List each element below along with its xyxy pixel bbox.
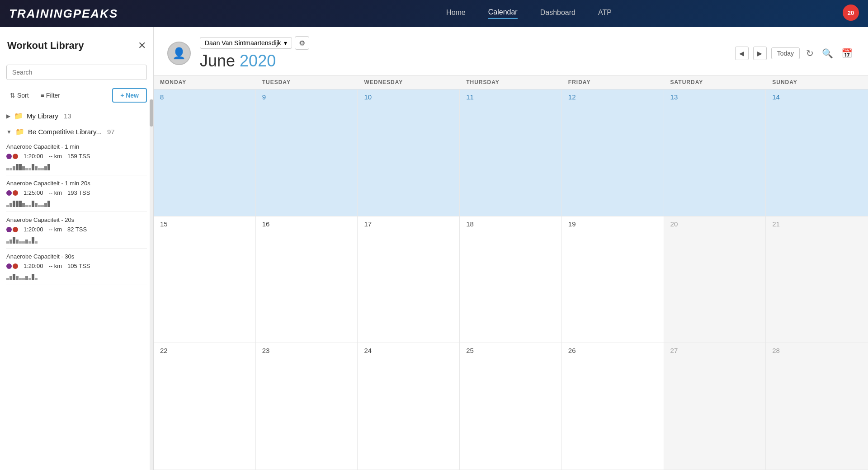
date-number: 11 (466, 93, 555, 101)
calendar-cell[interactable]: 18 (460, 216, 562, 343)
chevron-down-icon: ▾ (284, 39, 287, 47)
calendar-cell[interactable]: 13 (664, 89, 766, 216)
calendar-cell[interactable]: 8 (154, 89, 256, 216)
sidebar-scrollbar-thumb[interactable] (150, 99, 153, 127)
sidebar-scrollbar[interactable] (150, 99, 153, 470)
calendar-cell[interactable]: 19 (562, 216, 664, 343)
my-library-name: My Library (27, 112, 58, 120)
my-library-folder-icon: 📁 (14, 112, 23, 120)
date-number: 23 (262, 347, 351, 354)
logo-area: TRAININGPEAKS (9, 7, 199, 21)
dot-purple-icon (6, 190, 12, 196)
date-number: 22 (160, 347, 249, 354)
calendar-cell[interactable]: 11 (460, 89, 562, 216)
calendar-cell[interactable]: 16 (256, 216, 358, 343)
my-library-count: 13 (64, 112, 71, 120)
date-number: 19 (568, 220, 657, 228)
date-number: 17 (364, 220, 453, 228)
calendar-days-header: MONDAY TUESDAY WEDNESDAY THURSDAY FRIDAY… (154, 75, 868, 89)
filter-icon: ≡ (41, 92, 44, 99)
dot-purple-icon (6, 154, 12, 159)
sidebar-header: Workout Library ✕ (0, 27, 153, 59)
workout-item[interactable]: Anaerobe Capaciteit - 20s 1:20:00 -- km … (6, 212, 147, 249)
date-number: 14 (772, 93, 862, 101)
calendar-week-1: 8 9 10 11 12 13 (154, 89, 868, 216)
dot-purple-icon (6, 263, 12, 269)
workout-stats: 1:25:00 -- km 193 TSS (6, 189, 147, 196)
calendar-cell[interactable]: 17 (358, 216, 460, 343)
refresh-button[interactable]: ↻ (804, 46, 816, 61)
calendar-cell[interactable]: 22 (154, 343, 256, 470)
calendar-cell[interactable]: 25 (460, 343, 562, 470)
calendar-header-right: Daan Van Sintmaartensdijk ▾ ⚙ June 2020 (200, 36, 726, 70)
workout-item[interactable]: Anaerobe Capaciteit - 1 min 1:20:00 -- k… (6, 139, 147, 175)
calendar-cell[interactable]: 26 (562, 343, 664, 470)
workout-distance: -- km (48, 226, 62, 233)
calendar-cell[interactable]: 23 (256, 343, 358, 470)
workout-duration: 1:20:00 (24, 226, 43, 233)
day-header-saturday: SATURDAY (664, 75, 766, 89)
nav-calendar[interactable]: Calendar (488, 8, 518, 19)
nav-dashboard[interactable]: Dashboard (540, 9, 576, 19)
calendar-header: 👤 Daan Van Sintmaartensdijk ▾ ⚙ June 202… (154, 27, 868, 75)
user-selector-button[interactable]: Daan Van Sintmaartensdijk ▾ (200, 37, 292, 49)
date-number: 9 (262, 93, 351, 101)
workout-item[interactable]: Anaerobe Capaciteit - 30s 1:20:00 -- km … (6, 249, 147, 285)
calendar-view-button[interactable]: 📅 (840, 46, 854, 61)
calendar-cell[interactable]: 9 (256, 89, 358, 216)
dot-red-icon (13, 154, 18, 159)
today-button[interactable]: Today (771, 47, 800, 59)
search-button[interactable]: 🔍 (820, 46, 835, 61)
calendar-cell[interactable]: 12 (562, 89, 664, 216)
new-workout-button[interactable]: + New (112, 88, 147, 103)
be-competitive-arrow: ▼ (6, 129, 12, 135)
workout-duration: 1:25:00 (24, 189, 43, 196)
nav-atp[interactable]: ATP (598, 9, 612, 19)
date-number: 18 (466, 220, 555, 228)
workout-title: Anaerobe Capaciteit - 30s (6, 253, 147, 260)
workout-tss: 105 TSS (67, 263, 90, 269)
month-name: June (200, 52, 235, 70)
workout-type-icon (6, 263, 18, 269)
my-library-group[interactable]: ▶ 📁 My Library 13 (6, 107, 147, 123)
workout-title: Anaerobe Capaciteit - 20s (6, 216, 147, 223)
nav-home[interactable]: Home (446, 9, 466, 19)
sort-button[interactable]: ⇅ Sort (6, 90, 33, 101)
date-number: 21 (772, 220, 862, 228)
calendar-cell[interactable]: 27 (664, 343, 766, 470)
date-number: 8 (160, 93, 249, 101)
workout-item[interactable]: Anaerobe Capaciteit - 1 min 20s 1:25:00 … (6, 175, 147, 212)
nav-links: Home Calendar Dashboard ATP (199, 8, 859, 19)
workout-bar (6, 162, 147, 170)
workout-type-icon (6, 190, 18, 196)
calendar-cell[interactable]: 28 (766, 343, 868, 470)
be-competitive-name: Be Competitive Library... (28, 128, 102, 136)
calendar-cell[interactable]: 10 (358, 89, 460, 216)
date-number: 27 (670, 347, 760, 354)
filter-button[interactable]: ≡ Filter (37, 90, 64, 101)
gear-icon: ⚙ (299, 39, 305, 47)
calendar-cell[interactable]: 14 (766, 89, 868, 216)
calendar-cell[interactable]: 21 (766, 216, 868, 343)
calendar-cell[interactable]: 24 (358, 343, 460, 470)
notification-badge[interactable]: 20 (843, 5, 859, 21)
dot-red-icon (13, 190, 18, 196)
be-competitive-folder-icon: 📁 (15, 127, 24, 136)
user-avatar: 👤 (167, 42, 191, 65)
workout-library-sidebar: Workout Library ✕ ⇅ Sort ≡ Filter + New … (0, 27, 154, 470)
search-input[interactable] (6, 65, 147, 80)
close-sidebar-button[interactable]: ✕ (138, 41, 146, 51)
sidebar-controls: ⇅ Sort ≡ Filter + New (0, 85, 153, 107)
sidebar-title: Workout Library (7, 40, 84, 52)
be-competitive-library-group[interactable]: ▼ 📁 Be Competitive Library... 97 (6, 123, 147, 139)
calendar-area: 👤 Daan Van Sintmaartensdijk ▾ ⚙ June 202… (154, 27, 868, 470)
workout-stats: 1:20:00 -- km 159 TSS (6, 153, 147, 160)
calendar-cell[interactable]: 15 (154, 216, 256, 343)
settings-button[interactable]: ⚙ (295, 36, 309, 50)
workout-distance: -- km (48, 153, 62, 160)
calendar-cell[interactable]: 20 (664, 216, 766, 343)
next-month-button[interactable]: ▶ (753, 47, 767, 60)
workout-bar (6, 235, 147, 244)
calendar-week-3: 22 23 24 25 26 27 (154, 343, 868, 470)
prev-month-button[interactable]: ◀ (735, 47, 749, 60)
